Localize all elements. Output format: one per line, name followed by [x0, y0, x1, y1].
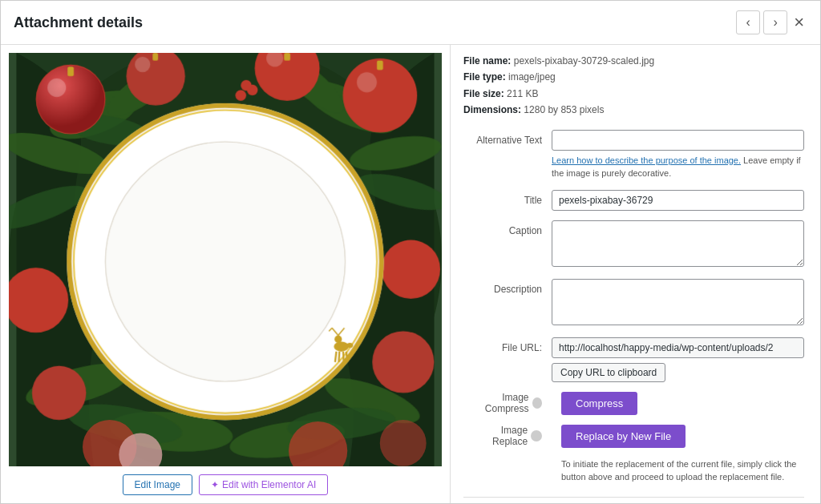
caption-label: Caption: [463, 220, 552, 236]
svg-point-25: [372, 331, 434, 393]
svg-point-28: [380, 420, 427, 466]
compress-button[interactable]: Compress: [561, 392, 637, 415]
svg-point-48: [334, 341, 349, 351]
replace-row: Image Replace Replace by New File: [463, 425, 804, 448]
svg-rect-30: [67, 67, 74, 76]
svg-point-57: [347, 343, 354, 348]
replace-button[interactable]: Replace by New File: [561, 425, 686, 448]
replace-label: Image Replace: [463, 425, 552, 447]
svg-line-52: [343, 352, 344, 362]
svg-point-37: [357, 72, 377, 92]
svg-rect-31: [152, 53, 158, 61]
file-url-field: Copy URL to clipboard: [552, 337, 804, 382]
next-button[interactable]: ›: [763, 10, 787, 34]
alt-text-hint: Learn how to describe the purpose of the…: [552, 154, 804, 180]
svg-point-49: [334, 336, 342, 343]
file-url-label: File URL:: [463, 337, 552, 353]
title-field: [552, 190, 804, 211]
svg-point-35: [135, 57, 150, 72]
prev-button[interactable]: ‹: [736, 10, 760, 34]
description-field: [552, 279, 804, 328]
elementor-star-icon: ✦: [211, 479, 219, 490]
alt-text-row: Alternative Text Learn how to describe t…: [463, 130, 804, 180]
svg-line-53: [346, 352, 348, 362]
modal-navigation: ‹ › ×: [736, 10, 807, 34]
svg-point-47: [106, 143, 344, 381]
svg-line-50: [335, 352, 337, 362]
title-input[interactable]: [552, 190, 804, 211]
title-label: Title: [463, 190, 552, 206]
caption-input[interactable]: [552, 220, 804, 267]
description-label: Description: [463, 279, 552, 295]
modal-body: Edit Image ✦ Edit with Elementor AI File…: [1, 45, 820, 503]
description-input[interactable]: [552, 279, 804, 325]
attachment-details-modal: Attachment details ‹ › ×: [0, 0, 821, 504]
edit-image-button[interactable]: Edit Image: [123, 474, 192, 495]
copy-url-button[interactable]: Copy URL to clipboard: [552, 363, 665, 382]
svg-rect-32: [284, 53, 290, 61]
image-action-buttons: Edit Image ✦ Edit with Elementor AI: [123, 474, 329, 495]
file-url-row: File URL: Copy URL to clipboard: [463, 337, 804, 382]
alt-text-learn-link[interactable]: Learn how to describe the purpose of the…: [552, 155, 741, 165]
left-panel: Edit Image ✦ Edit with Elementor AI: [1, 45, 450, 503]
alt-text-field: Learn how to describe the purpose of the…: [552, 130, 804, 180]
alt-text-label: Alternative Text: [463, 130, 552, 146]
title-row: Title: [463, 190, 804, 211]
replace-icon: [531, 430, 542, 442]
right-panel: File name: pexels-pixabay-30729-scaled.j…: [450, 45, 820, 503]
svg-line-51: [339, 352, 340, 362]
modal-title: Attachment details: [14, 14, 143, 31]
svg-point-24: [382, 240, 440, 298]
svg-point-34: [47, 79, 66, 97]
image-preview: [9, 53, 442, 466]
description-row: Description: [463, 279, 804, 328]
alt-text-input[interactable]: [552, 130, 804, 151]
svg-point-38: [236, 90, 247, 101]
edit-elementor-button[interactable]: ✦ Edit with Elementor AI: [199, 474, 328, 495]
caption-field: [552, 220, 804, 269]
caption-row: Caption: [463, 220, 804, 269]
svg-point-40: [241, 80, 252, 91]
footer-links: View attachment page | Edit more details…: [463, 497, 804, 503]
modal-header: Attachment details ‹ › ×: [1, 1, 820, 45]
svg-rect-33: [377, 61, 383, 71]
svg-point-23: [32, 366, 87, 421]
compress-icon: [532, 397, 542, 409]
replace-hint: To initiate the replacement of the curre…: [561, 458, 804, 484]
compress-row: Image Compress Compress: [463, 392, 804, 415]
file-url-input[interactable]: [552, 337, 804, 358]
file-info: File name: pexels-pixabay-30729-scaled.j…: [463, 53, 804, 119]
compress-label: Image Compress: [463, 392, 552, 414]
close-button[interactable]: ×: [791, 14, 807, 31]
